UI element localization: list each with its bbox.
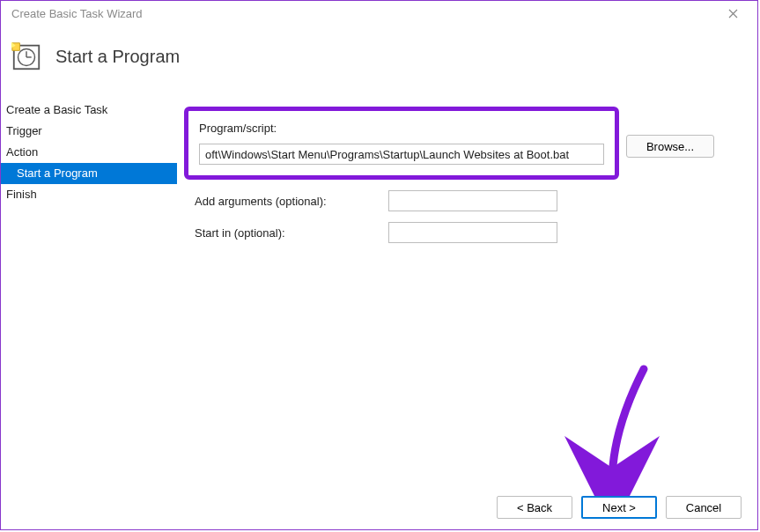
wizard-sidebar: Create a Basic Task Trigger Action Start… (1, 98, 177, 205)
task-scheduler-icon (10, 40, 43, 73)
program-script-label: Program/script: (199, 122, 604, 135)
startin-input[interactable] (388, 222, 557, 243)
program-script-input[interactable] (199, 144, 604, 165)
wizard-buttons: < Back Next > Cancel (497, 496, 742, 519)
arguments-label: Add arguments (optional): (195, 195, 380, 208)
back-button[interactable]: < Back (497, 496, 572, 519)
highlight-annotation: Program/script: (184, 107, 619, 180)
next-button[interactable]: Next > (581, 496, 657, 519)
wizard-window: Create Basic Task Wizard Start a Program… (0, 0, 758, 530)
wizard-content: Create a Basic Task Trigger Action Start… (1, 98, 757, 243)
titlebar-title: Create Basic Task Wizard (8, 7, 715, 20)
arguments-input[interactable] (388, 190, 557, 211)
sidebar-item-trigger[interactable]: Trigger (1, 121, 177, 142)
page-title: Start a Program (55, 47, 180, 67)
sidebar-item-start-a-program[interactable]: Start a Program (1, 163, 177, 184)
sidebar-item-action[interactable]: Action (1, 142, 177, 163)
titlebar: Create Basic Task Wizard (1, 1, 757, 27)
wizard-header: Start a Program (1, 27, 757, 98)
close-icon (728, 9, 738, 18)
arrow-annotation-icon (564, 360, 670, 501)
startin-label: Start in (optional): (195, 226, 380, 240)
browse-button[interactable]: Browse... (626, 135, 714, 158)
close-button[interactable] (715, 1, 750, 27)
sidebar-item-create-basic-task[interactable]: Create a Basic Task (1, 100, 177, 121)
cancel-button[interactable]: Cancel (666, 496, 742, 519)
sidebar-item-finish[interactable]: Finish (1, 184, 177, 205)
wizard-main: Program/script: Browse... Add arguments … (177, 98, 757, 243)
